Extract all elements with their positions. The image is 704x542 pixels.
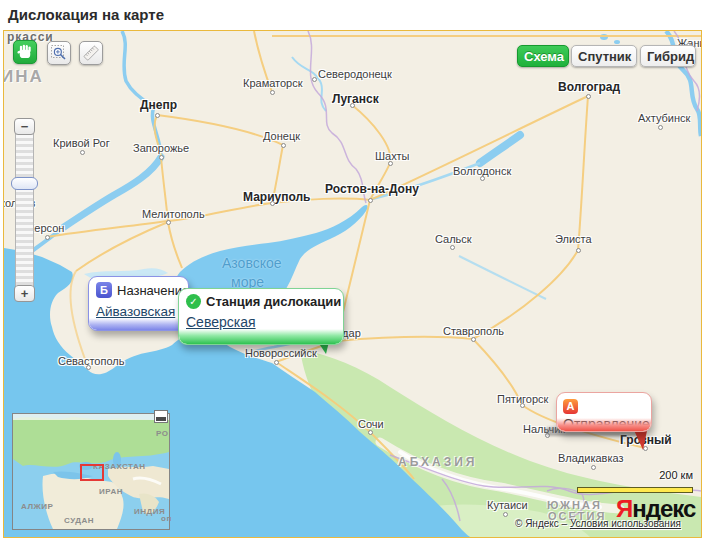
city-label: Кутаиси [487,499,528,511]
city-label: Мариуполь [243,190,310,204]
city-label: Кривой Рог [53,137,110,149]
ruler-icon [82,44,100,62]
magnifier-select-icon [50,44,68,62]
minimap-label: АЛЖИР [21,502,53,511]
departure-badge-icon: А [563,399,578,414]
city-label: Краматорск [243,77,303,89]
zoom-in-button[interactable]: + [14,285,35,302]
city-dot [350,103,355,108]
zoom-slider-track[interactable] [15,119,34,302]
minimap-toggle-icon [156,417,166,421]
map-type-hybrid-button[interactable]: Гибрид [640,45,696,67]
minimap[interactable]: РОКАЗАХСТАНИРАНИНДИЯАЛЖИРСУДАНоп [12,413,170,530]
ruler-tool-button[interactable] [79,41,103,65]
city-dot [658,125,663,130]
dislocation-title: Станция дислокации [206,294,341,309]
city-label: Элиста [555,233,592,245]
minimap-toggle-button[interactable] [154,410,168,423]
scale-label: 200 км [577,469,693,481]
city-label: Сочи [358,418,384,430]
city-dot [520,403,525,408]
city-label: Северодонецк [318,68,392,80]
city-dot [155,113,160,118]
city-label: Мелитополь [142,208,205,220]
city-dot [388,161,393,166]
balloon-departure: А Отправление Ханкала [556,392,652,432]
city-label: Ставрополь [443,325,504,337]
city-label: Шахты [375,150,410,162]
city-dot [450,245,455,250]
minimap-label: СУДАН [64,516,94,525]
city-dot [45,235,50,240]
city-label: Ростов-на-Дону [325,182,419,196]
balloon-dislocation: ✓ Станция дислокации Северская [178,288,344,345]
city-dot [368,198,373,203]
city-dot [166,220,171,225]
city-dot [480,176,485,181]
city-dot [159,155,164,160]
city-dot [281,143,286,148]
city-label: Запорожье [133,142,189,154]
zoom-slider-handle[interactable] [11,177,38,190]
balloon-destination: Б Назначение Айвазовская [88,276,189,331]
region-label: ИНА [3,67,44,87]
city-dot [270,201,275,206]
map-type-satellite-button[interactable]: Спутник [571,45,637,67]
map-canvas[interactable]: СеверодонецкКраматорскЛуганскВолгоградДн… [3,30,702,538]
balloon-fade [179,329,343,344]
city-label: Днепр [140,98,177,112]
city-label: Ахтубинск [638,112,690,124]
dislocation-station-link[interactable]: Северская [186,314,256,330]
city-dot [80,150,85,155]
city-dot [368,430,373,435]
terms-of-use-link[interactable]: Условия использования [570,518,681,529]
city-dot [586,94,591,99]
city-label: Севастополь [58,355,124,367]
city-label: Луганск [332,92,379,106]
city-dot [471,337,476,342]
minimap-label: РО [156,429,168,438]
city-dot [503,512,508,517]
minimap-viewport-rect[interactable] [80,464,104,481]
city-dot [270,90,275,95]
scale-bar [577,487,693,493]
destination-station-link[interactable]: Айвазовская [96,304,175,319]
hand-icon [16,43,34,61]
page-title: Дислокация на карте [8,6,164,23]
map-type-scheme-button[interactable]: Схема [517,45,569,67]
city-dot [312,77,317,82]
minimap-label: оп [161,514,172,523]
dislocation-check-icon: ✓ [186,294,201,309]
zoom-out-button[interactable]: − [14,118,35,135]
page: Дислокация на карте [0,0,704,542]
city-label: Владикавказ [558,452,624,464]
region-label: АБХАЗИЯ [398,455,477,469]
city-dot [274,360,279,365]
city-label: Сальск [435,233,472,245]
water-label: Азовское [222,255,282,271]
city-label: Донецк [263,130,300,142]
departure-title: Отправление [563,416,650,432]
zoom-select-tool-button[interactable] [47,41,71,65]
city-dot [576,248,581,253]
pan-hand-tool-button[interactable] [13,40,37,64]
city-dot [86,365,91,370]
destination-badge-icon: Б [96,282,112,298]
copyright: © Яндекс – Условия использования [515,518,681,529]
minimap-label: ИРАН [99,487,123,496]
city-label: Волгоград [558,80,620,94]
